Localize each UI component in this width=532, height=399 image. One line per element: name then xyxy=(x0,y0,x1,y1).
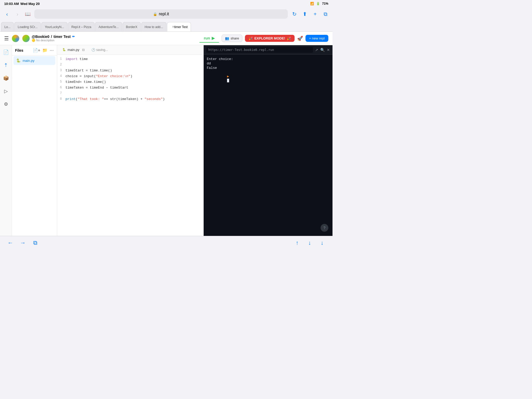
tabs-overview-icon: ⧉ xyxy=(33,240,37,246)
bookmarks-button[interactable]: 📖 xyxy=(24,10,32,18)
terminal-content[interactable]: Enter choice: dd False ▶ ? xyxy=(204,55,332,236)
code-line-7: 7 xyxy=(57,91,203,97)
tab-lot[interactable]: Lo... xyxy=(1,22,14,31)
more-options-button[interactable]: ⋯ xyxy=(50,48,54,53)
tabs-button[interactable]: ⧉ xyxy=(322,10,329,18)
scroll-down-button[interactable]: ↓ xyxy=(304,238,315,248)
gear-icon: ⚙ xyxy=(4,101,8,107)
ai-icon: 🚀 xyxy=(297,36,303,41)
explorer-emoji2: 🎉 xyxy=(287,36,291,40)
tab-borderx[interactable]: BorderX xyxy=(123,22,141,31)
tab-adventure[interactable]: AdventureTe... xyxy=(95,22,122,31)
back-button[interactable]: ‹ xyxy=(3,10,11,18)
forward-button[interactable]: › xyxy=(14,10,21,18)
scroll-up-button[interactable]: ↑ xyxy=(292,238,302,248)
terminal-clear-button[interactable]: ✕ xyxy=(327,48,330,52)
line-code-6: timeTaken = timeEnd – timeStart xyxy=(65,85,201,90)
tabs-bar: Lo... Loading SCr... YourLuckyN... Repl.… xyxy=(0,21,332,32)
play-circle-icon: ▷ xyxy=(4,88,8,94)
tabs-icon: ⧉ xyxy=(324,11,327,17)
run-button[interactable]: run ▶ xyxy=(200,34,219,43)
address-text: repl.it xyxy=(159,12,169,16)
sidebar-run[interactable]: ▷ xyxy=(2,87,10,96)
terminal-url-input[interactable] xyxy=(206,47,313,53)
tab-label: Loading SCr... xyxy=(18,25,37,29)
terminal-url-bar: ↗ 🔍 ✕ xyxy=(204,45,332,55)
package-icon: 📦 xyxy=(3,75,9,81)
line-code-8: print("That took: "== str(timeTaken) + "… xyxy=(65,97,201,101)
forward-icon: › xyxy=(17,11,18,17)
chevron-right-icon: ↓ xyxy=(321,240,324,246)
chevron-down-icon: ↓ xyxy=(308,240,311,246)
terminal-panel: ↗ 🔍 ✕ Enter choice: dd False ▶ ? xyxy=(204,45,332,236)
browser-back-button[interactable]: ← xyxy=(5,238,16,248)
share-button[interactable]: 👥 share xyxy=(222,35,243,42)
menu-button[interactable]: ☰ xyxy=(4,35,9,42)
status-time: 10:03 AM xyxy=(4,2,19,6)
python-tab-icon: 🐍 xyxy=(62,48,66,51)
battery-level: 71% xyxy=(322,2,328,5)
file-item-main[interactable]: 🐍 main.py xyxy=(14,56,55,65)
status-date: Wed May 20 xyxy=(21,2,40,6)
tab-howtoadd[interactable]: How to add... xyxy=(141,22,167,31)
repl-content: 📄 ⇡ 📦 ▷ ⚙ Files 📄+ 📁 ⋯ xyxy=(0,45,332,236)
tab-lucky[interactable]: YourLuckyN... xyxy=(41,22,67,31)
line-num-5: 5 xyxy=(59,79,65,84)
browser-forward-button[interactable]: → xyxy=(18,238,28,248)
terminal-help-button[interactable]: ? xyxy=(321,224,328,232)
run-play-icon: ▶ xyxy=(212,36,215,41)
external-link-button[interactable]: ↗ xyxy=(315,48,318,52)
tab-close-icon[interactable]: ✕ xyxy=(172,25,174,29)
tab-label: timer Test xyxy=(174,25,188,29)
username-text: @Bookie0 xyxy=(32,35,49,39)
tab-timertest[interactable]: ✕ timer Test xyxy=(167,22,191,31)
bottom-bar: ← → ⧉ ↑ ↓ ↓ xyxy=(0,236,332,249)
editor-tab-label: main.py xyxy=(68,48,79,52)
sidebar-share[interactable]: ⇡ xyxy=(2,61,10,70)
share-nodes-icon: ⇡ xyxy=(4,62,8,68)
share-browser-button[interactable]: ⬆ xyxy=(301,10,309,18)
lock-icon: 🔒 xyxy=(153,12,157,16)
code-line-2: 2 xyxy=(57,62,203,68)
code-line-8: 8 print("That took: "== str(timeTaken) +… xyxy=(57,97,203,102)
browser-tabs-overview-button[interactable]: ⧉ xyxy=(30,238,41,248)
editor-tab-main[interactable]: 🐍 main.py ⊟ xyxy=(60,47,87,53)
project-name: timer Test xyxy=(54,35,71,39)
new-tab-button[interactable]: + xyxy=(311,10,319,18)
battery-icon: 🔋 xyxy=(316,2,320,5)
code-line-6: 6 timeTaken = timeEnd – timeStart xyxy=(57,85,203,91)
code-line-5: 5 timeEnd= time.time() xyxy=(57,79,203,85)
line-num-8: 8 xyxy=(59,97,65,101)
sidebar-packages[interactable]: 📦 xyxy=(2,74,10,83)
sidebar-new-file[interactable]: 📄 xyxy=(2,48,10,57)
code-content[interactable]: 1 import time 2 3 timeStart = time.time(… xyxy=(57,55,203,236)
terminal-prompt-line: ▶ xyxy=(207,70,329,86)
add-file-button[interactable]: 📄+ xyxy=(33,48,40,53)
ai-button[interactable]: 🚀 xyxy=(297,36,303,41)
line-num-1: 1 xyxy=(59,57,65,61)
reload-button[interactable]: ↻ xyxy=(290,10,298,18)
tab-pizza[interactable]: Repl.it – Pizza xyxy=(68,22,95,31)
sidebar-settings[interactable]: ⚙ xyxy=(2,100,10,109)
tab-label: How to add... xyxy=(145,25,163,29)
terminal-search-button[interactable]: 🔍 xyxy=(320,48,325,52)
back-icon: ‹ xyxy=(6,11,8,17)
terminal-cursor xyxy=(227,79,229,82)
add-folder-button[interactable]: 📁 xyxy=(42,48,48,53)
file-panel-header: Files 📄+ 📁 ⋯ xyxy=(12,45,57,56)
bottom-right-nav: ↑ ↓ ↓ xyxy=(292,238,327,248)
scroll-right-button[interactable]: ↓ xyxy=(317,238,327,248)
saving-indicator: 🕐 saving... xyxy=(91,48,108,52)
tab-label: Repl.it – Pizza xyxy=(71,25,91,29)
file-plus-icon: 📄 xyxy=(3,49,9,55)
address-bar[interactable]: 🔒 repl.it xyxy=(34,9,288,19)
terminal-line-3: False xyxy=(207,66,329,70)
edit-icon[interactable]: ✏ xyxy=(72,35,75,38)
files-title: Files xyxy=(15,48,23,52)
code-line-1: 1 import time xyxy=(57,57,203,62)
repl-app: ☰ @Bookie0/timer Test ✏ 🟡 No description… xyxy=(0,32,332,236)
new-repl-button[interactable]: + new repl xyxy=(305,35,328,42)
tab-loading[interactable]: Loading SCr... xyxy=(14,22,41,31)
explorer-mode-button[interactable]: 🎉 EXPLORER MODE! 🎉 xyxy=(245,35,294,42)
user-section: @Bookie0/timer Test ✏ 🟡 No description xyxy=(22,35,75,42)
